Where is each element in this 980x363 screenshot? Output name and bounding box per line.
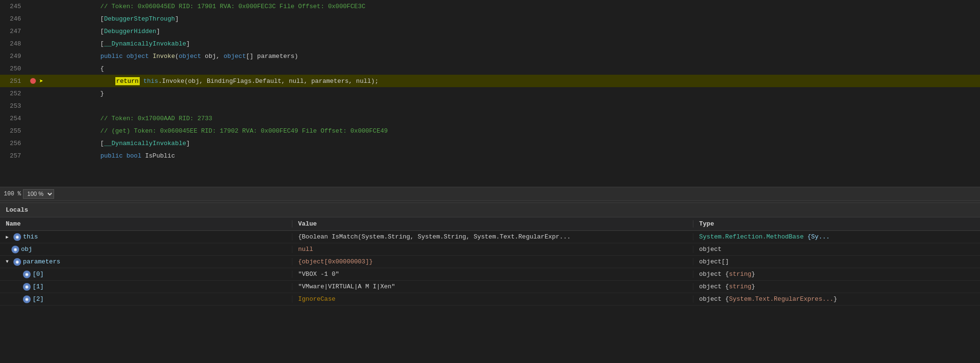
locals-row[interactable]: ◉parameters{object[0x00000003]}object[] xyxy=(0,256,980,268)
type-token: string xyxy=(729,271,751,278)
expand-arrow[interactable] xyxy=(6,234,11,240)
code-line-249: 249 public object Invoke(object obj, obj… xyxy=(0,50,980,62)
row-value-cell: IgnoreCase xyxy=(292,295,693,303)
line-number: 249 xyxy=(0,53,29,60)
row-type-cell: object xyxy=(693,246,980,253)
zoom-dropdown[interactable]: 100 % 75 % 150 % xyxy=(23,189,54,199)
col-name-header: Name xyxy=(0,220,292,227)
col-value-header: Value xyxy=(292,220,693,227)
locals-row[interactable]: ◉[2]IgnoreCaseobject {System.Text.Regula… xyxy=(0,293,980,306)
code-token: ] xyxy=(186,40,190,47)
code-content: // Token: 0x17000AAD RID: 2733 xyxy=(52,115,980,122)
current-line-arrow: ➤ xyxy=(39,77,43,85)
code-line-246: 246 [DebuggerStepThrough] xyxy=(0,12,980,25)
locals-title: Locals xyxy=(6,206,28,214)
var-icon: ◉ xyxy=(13,233,21,241)
code-token: [ xyxy=(56,40,104,47)
code-token xyxy=(56,53,100,60)
code-token: object xyxy=(179,53,201,60)
var-icon: ◉ xyxy=(23,271,31,278)
type-token: { xyxy=(722,283,729,290)
row-name-cell: ◉[1] xyxy=(0,283,292,291)
type-token: } xyxy=(751,283,755,290)
line-number: 257 xyxy=(0,152,29,159)
code-token: // Token: 0x17000AAD RID: 2733 xyxy=(56,115,212,122)
code-token: __DynamicallyInvokable xyxy=(104,140,186,147)
code-token: DebuggerStepThrough xyxy=(104,15,175,23)
code-content: [__DynamicallyInvokable] xyxy=(52,140,980,147)
locals-columns: Name Value Type xyxy=(0,217,980,231)
row-value-cell: {object[0x00000003]} xyxy=(292,258,693,265)
var-name: [2] xyxy=(33,295,44,303)
code-token: // Token: 0x060045ED RID: 17901 RVA: 0x0… xyxy=(56,3,366,10)
locals-header: Locals xyxy=(0,203,980,217)
code-content: public bool IsPublic xyxy=(52,152,980,159)
locals-rows: ◉this{Boolean IsMatch(System.String, Sys… xyxy=(0,231,980,306)
row-name-cell: ◉obj xyxy=(0,246,292,253)
var-name: parameters xyxy=(23,258,60,265)
line-number: 254 xyxy=(0,115,29,122)
locals-row[interactable]: ◉[1]"VMware|VIRTUAL|A M I|Xen"object {st… xyxy=(0,281,980,293)
var-name: this xyxy=(23,233,38,240)
code-line-256: 256 [__DynamicallyInvokable] xyxy=(0,137,980,149)
line-number: 252 xyxy=(0,90,29,97)
type-token: object xyxy=(699,295,722,303)
expand-arrow[interactable] xyxy=(6,259,11,264)
code-line-253: 253 xyxy=(0,100,980,112)
line-number: 250 xyxy=(0,65,29,72)
code-token: } xyxy=(56,90,104,97)
locals-row[interactable]: ◉[0]"VBOX -1 0"object {string} xyxy=(0,268,980,281)
code-token: DebuggerHidden xyxy=(104,28,156,35)
type-token: object xyxy=(699,271,722,278)
locals-row[interactable]: ◉objnullobject xyxy=(0,243,980,256)
type-token: { xyxy=(722,271,729,278)
locals-row[interactable]: ◉this{Boolean IsMatch(System.String, Sys… xyxy=(0,231,980,243)
code-token: [ xyxy=(56,28,104,35)
breakpoint-dot xyxy=(30,78,36,84)
var-name: [1] xyxy=(33,283,44,290)
zoom-label: 100 % 100 % 75 % 150 % xyxy=(4,189,54,199)
row-type-cell: object {System.Text.RegularExpres...} xyxy=(693,295,980,303)
line-number: 245 xyxy=(0,3,29,10)
col-type-header: Type xyxy=(693,220,980,227)
line-rest: this.Invoke(obj, BindingFlags.Default, n… xyxy=(140,78,379,85)
line-number: 248 xyxy=(0,40,29,47)
row-name-cell: ◉[2] xyxy=(0,295,292,303)
code-token: obj, xyxy=(201,53,223,60)
code-token: [ xyxy=(56,15,104,23)
gutter-marks: ➤ xyxy=(37,77,52,85)
code-content: [__DynamicallyInvokable] xyxy=(52,40,980,47)
code-token: __DynamicallyInvokable xyxy=(104,40,186,47)
code-token: bool xyxy=(126,152,141,159)
locals-panel: Locals Name Value Type ◉this{Boolean IsM… xyxy=(0,203,980,306)
code-token xyxy=(149,53,153,60)
type-token: {Sy... xyxy=(803,233,830,240)
row-value-cell: "VBOX -1 0" xyxy=(292,271,693,278)
type-token: object[] xyxy=(699,258,729,265)
type-token: object xyxy=(699,283,722,290)
type-token: { xyxy=(722,295,729,303)
code-editor: 245 // Token: 0x060045ED RID: 17901 RVA:… xyxy=(0,0,980,187)
var-name: [0] xyxy=(33,271,44,278)
row-value-cell: {Boolean IsMatch(System.String, System.S… xyxy=(292,233,693,240)
code-token: ] xyxy=(186,140,190,147)
line-number: 247 xyxy=(0,28,29,35)
row-value-cell: null xyxy=(292,246,693,253)
row-type-cell: object {string} xyxy=(693,271,980,278)
var-icon: ◉ xyxy=(23,283,31,291)
code-token: ] xyxy=(175,15,179,23)
code-content: // (get) Token: 0x060045EE RID: 17902 RV… xyxy=(52,127,980,135)
code-content: [DebuggerStepThrough] xyxy=(52,15,980,23)
breakpoint-area[interactable] xyxy=(29,78,37,84)
code-content: } xyxy=(52,90,980,97)
code-content: [DebuggerHidden] xyxy=(52,28,980,35)
code-content: public object Invoke(object obj, object[… xyxy=(52,53,980,60)
line-number: 255 xyxy=(0,127,29,135)
code-content: // Token: 0x060045ED RID: 17901 RVA: 0x0… xyxy=(52,3,980,10)
row-type-cell: object[] xyxy=(693,258,980,265)
code-token: [] parameters) xyxy=(246,53,298,60)
row-name-cell: ◉[0] xyxy=(0,271,292,278)
type-token: MethodBase xyxy=(766,233,803,240)
code-content: { xyxy=(52,65,980,72)
type-token: string xyxy=(729,283,751,290)
